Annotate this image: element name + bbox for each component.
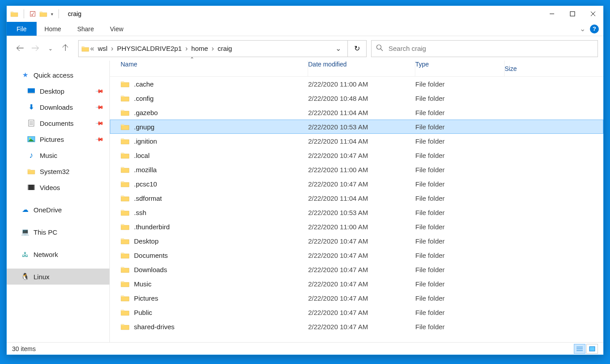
window-title: craig (68, 10, 81, 17)
chevron-right-icon[interactable]: › (184, 45, 188, 53)
view-thumbnails-button[interactable] (586, 344, 598, 354)
sidebar-item-onedrive[interactable]: ☁ OneDrive (7, 202, 109, 218)
breadcrumb[interactable]: wsl (95, 45, 110, 52)
breadcrumb[interactable]: PHYSICALDRIVE2p1 (114, 45, 184, 52)
file-date: 2/22/2020 10:47 AM (308, 180, 415, 188)
file-name: .gazebo (134, 109, 158, 116)
sidebar-item-pictures[interactable]: Pictures📌 (7, 131, 109, 147)
minimize-button[interactable] (542, 6, 562, 22)
table-row[interactable]: Public2/22/2020 10:47 AMFile folder (110, 305, 603, 319)
table-row[interactable]: Documents2/22/2020 10:47 AMFile folder (110, 248, 603, 262)
folder-icon (121, 209, 130, 216)
table-row[interactable]: .config2/22/2020 10:48 AMFile folder (110, 91, 603, 105)
folder-icon (121, 152, 130, 159)
table-row[interactable]: Pictures2/22/2020 10:47 AMFile folder (110, 291, 603, 305)
column-size[interactable]: Size (505, 65, 603, 72)
file-date: 2/22/2020 10:47 AM (308, 309, 415, 316)
table-row[interactable]: .pcsc102/22/2020 10:47 AMFile folder (110, 177, 603, 191)
table-row[interactable]: .ssh2/22/2020 10:53 AMFile folder (110, 205, 603, 219)
column-name[interactable]: Name ⌃ (121, 61, 308, 76)
file-date: 2/22/2020 11:04 AM (308, 109, 415, 116)
file-date: 2/22/2020 10:47 AM (308, 323, 415, 331)
table-row[interactable]: Desktop2/22/2020 10:47 AMFile folder (110, 234, 603, 248)
refresh-button[interactable]: ↻ (348, 40, 367, 57)
file-date: 2/22/2020 10:47 AM (308, 280, 415, 288)
table-row[interactable]: .cache2/22/2020 11:00 AMFile folder (110, 77, 603, 91)
chevron-right-icon[interactable]: › (211, 45, 215, 53)
file-type: File folder (415, 294, 505, 302)
file-date: 2/22/2020 10:53 AM (308, 209, 415, 216)
column-type[interactable]: Type (415, 61, 505, 76)
pin-icon: 📌 (95, 103, 104, 112)
folder-icon (121, 137, 130, 145)
column-date[interactable]: Date modified (308, 61, 415, 76)
folder-icon (121, 95, 130, 102)
recent-dropdown-icon[interactable]: ⌄ (45, 43, 56, 54)
status-item-count: 30 items (12, 345, 36, 352)
up-button[interactable]: 🡡 (60, 43, 71, 54)
search-icon (376, 44, 383, 53)
table-row[interactable]: .local2/22/2020 10:47 AMFile folder (110, 148, 603, 162)
svg-rect-14 (28, 185, 35, 190)
file-type: File folder (415, 280, 505, 288)
search-box[interactable] (371, 40, 598, 57)
sidebar-item-label: Quick access (33, 71, 73, 79)
breadcrumb[interactable]: home (188, 45, 211, 52)
tab-file[interactable]: File (7, 22, 37, 36)
table-row[interactable]: Music2/22/2020 10:47 AMFile folder (110, 277, 603, 291)
sidebar-item-label: This PC (33, 228, 57, 236)
sidebar-item-documents[interactable]: Documents📌 (7, 115, 109, 131)
sidebar-item-quick-access[interactable]: ★ Quick access (7, 67, 109, 83)
forward-button[interactable]: 🡢 (30, 43, 41, 54)
table-row[interactable]: .gnupg2/22/2020 10:53 AMFile folder (110, 120, 603, 134)
table-row[interactable]: shared-drives2/22/2020 10:47 AMFile fold… (110, 319, 603, 334)
file-type: File folder (415, 166, 505, 174)
view-details-button[interactable] (574, 344, 585, 354)
sidebar-item-videos[interactable]: Videos (7, 179, 109, 195)
qat-dropdown-icon[interactable]: ▾ (51, 12, 53, 17)
close-button[interactable] (583, 6, 603, 22)
sidebar-item-downloads[interactable]: ⬇Downloads📌 (7, 99, 109, 115)
file-name: Desktop (134, 237, 159, 245)
folder-icon (121, 166, 130, 173)
sidebar-item-label: Linux (33, 273, 50, 281)
sidebar-item-desktop[interactable]: Desktop📌 (7, 83, 109, 99)
sidebar-item-linux[interactable]: 🐧 Linux (7, 269, 109, 285)
tab-share[interactable]: Share (69, 22, 102, 36)
chevron-right-icon[interactable]: › (110, 45, 114, 53)
table-row[interactable]: Downloads2/22/2020 10:47 AMFile folder (110, 262, 603, 277)
ribbon-expand-icon[interactable]: ⌄ (580, 25, 585, 33)
sidebar-item-music[interactable]: ♪Music (7, 147, 109, 163)
back-button[interactable]: 🡠 (15, 43, 25, 54)
address-history-icon[interactable]: ⌄ (331, 44, 345, 53)
table-row[interactable]: .sdformat2/22/2020 11:04 AMFile folder (110, 191, 603, 205)
search-input[interactable] (389, 45, 593, 52)
address-bar[interactable]: « wsl › PHYSICALDRIVE2p1 › home › craig … (78, 40, 348, 57)
file-type: File folder (415, 80, 505, 88)
file-date: 2/22/2020 10:47 AM (308, 152, 415, 159)
breadcrumb[interactable]: craig (215, 45, 235, 52)
qat-properties-icon[interactable]: ☑ (29, 10, 36, 18)
sidebar-item-network[interactable]: 🖧 Network (7, 246, 109, 262)
sidebar-item-system32[interactable]: System32 (7, 163, 109, 179)
table-row[interactable]: .thunderbird2/22/2020 11:00 AMFile folde… (110, 219, 603, 234)
svg-line-5 (381, 49, 383, 51)
file-date: 2/22/2020 11:00 AM (308, 223, 415, 231)
file-date: 2/22/2020 11:04 AM (308, 194, 415, 202)
maximize-button[interactable] (562, 6, 583, 22)
tab-view[interactable]: View (102, 22, 131, 36)
table-row[interactable]: .gazebo2/22/2020 11:04 AMFile folder (110, 105, 603, 120)
file-name: .cache (134, 80, 154, 88)
pc-icon: 💻 (21, 228, 29, 236)
file-date: 2/22/2020 10:47 AM (308, 252, 415, 259)
table-row[interactable]: .ignition2/22/2020 11:04 AMFile folder (110, 134, 603, 148)
help-button[interactable]: ? (590, 25, 599, 33)
table-row[interactable]: .mozilla2/22/2020 11:00 AMFile folder (110, 162, 603, 177)
file-date: 2/22/2020 10:47 AM (308, 266, 415, 273)
sidebar-item-this-pc[interactable]: 💻 This PC (7, 224, 109, 240)
folder-icon (121, 223, 130, 230)
qat-newfolder-icon[interactable] (39, 10, 47, 18)
tab-home[interactable]: Home (37, 22, 69, 36)
file-rows[interactable]: .cache2/22/2020 11:00 AMFile folder.conf… (110, 77, 603, 342)
folder-icon (121, 309, 130, 316)
